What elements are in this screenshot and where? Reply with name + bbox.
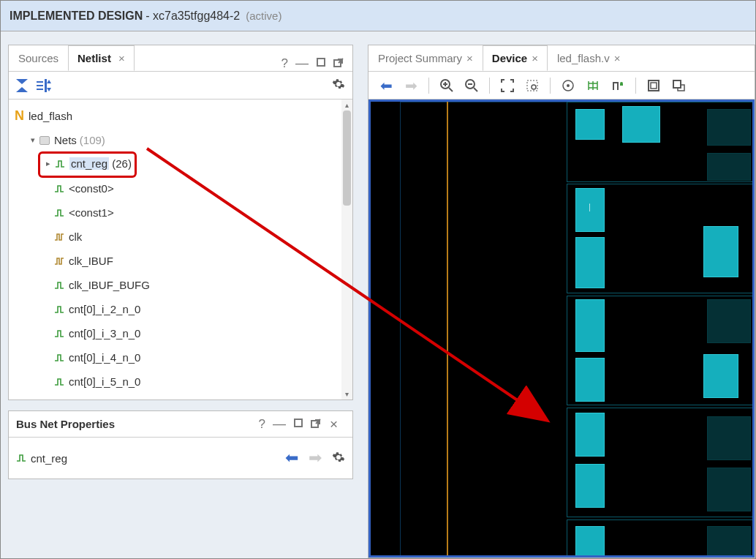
tree-root[interactable]: N led_flash <box>9 104 352 128</box>
tree-item-label: cnt[0]_i_2_n_0 <box>69 303 140 315</box>
tree-item-label: cnt[0]_i_5_n_0 <box>69 375 140 388</box>
tree-item[interactable]: clk_IBUF_BUFG <box>9 273 352 297</box>
close-icon[interactable]: × <box>118 52 125 64</box>
design-device: - xc7a35tfgg484-2 <box>145 10 240 23</box>
place-icon[interactable] <box>608 76 628 95</box>
nets-folder-count: (109) <box>80 134 105 146</box>
float-icon[interactable] <box>333 56 345 70</box>
design-title: IMPLEMENTED DESIGN <box>10 10 143 23</box>
expand-tool-icon[interactable] <box>37 79 51 92</box>
svg-point-10 <box>567 84 570 87</box>
scroll-thumb[interactable] <box>343 110 351 206</box>
properties-panel: Bus Net Properties ? — × cnt_reg <box>8 410 353 479</box>
tree-item[interactable]: cnt[0]_i_2_n_0 <box>9 297 352 321</box>
tree-item[interactable]: clk <box>9 225 352 249</box>
autofit-icon[interactable] <box>558 76 578 95</box>
tab-project-summary[interactable]: Project Summary× <box>368 45 483 71</box>
device-panel: Project Summary× Device× led_flash.v× ⬅ … <box>368 45 755 558</box>
svg-rect-2 <box>45 79 47 92</box>
device-toolbar: ⬅ ➡ <box>368 72 755 100</box>
tree-item-label: clk <box>69 230 82 243</box>
tab-summary-label: Project Summary <box>378 52 462 64</box>
net-icon <box>54 304 64 315</box>
chevron-right-icon[interactable]: ▸ <box>43 159 53 169</box>
nav-forward-icon: ➡ <box>401 76 421 95</box>
tree-item[interactable]: <const1> <box>9 200 352 225</box>
tree-nets-folder[interactable]: ▾ Nets (109) <box>9 128 352 152</box>
maximize-icon[interactable] <box>316 57 326 70</box>
tree-item[interactable]: cnt[0]_i_6_n_0 <box>9 394 352 399</box>
zoom-fit-icon[interactable] <box>497 76 518 95</box>
tree-item[interactable]: cnt[0]_i_4_n_0 <box>9 345 352 369</box>
net-icon <box>54 353 64 363</box>
close-icon[interactable]: × <box>466 52 473 64</box>
minimize-icon[interactable]: — <box>273 416 286 432</box>
chevron-down-icon[interactable]: ▾ <box>28 135 38 146</box>
maximize-icon[interactable] <box>293 418 303 430</box>
select-area-icon[interactable] <box>668 76 689 95</box>
tab-file-label: led_flash.v <box>557 52 610 64</box>
tree-item-label: clk_IBUF <box>69 255 113 267</box>
routing-icon[interactable] <box>583 76 603 95</box>
svg-rect-13 <box>651 83 657 89</box>
net-bus-icon <box>16 453 26 463</box>
properties-name: cnt_reg <box>31 452 67 465</box>
tree-item-label: cnt[0]_i_3_n_0 <box>69 327 140 339</box>
tab-sources[interactable]: Sources <box>9 45 68 71</box>
tree-root-label: led_flash <box>29 110 72 122</box>
scroll-down-icon[interactable]: ▾ <box>341 389 352 399</box>
nav-forward-icon: ➡ <box>309 449 322 468</box>
design-status: (active) <box>246 10 281 22</box>
settings-icon[interactable] <box>332 451 345 466</box>
tab-sources-label: Sources <box>18 52 58 64</box>
close-icon[interactable]: × <box>330 416 338 432</box>
close-icon[interactable]: × <box>532 52 538 64</box>
net-icon <box>54 377 64 387</box>
settings-icon[interactable] <box>332 78 345 93</box>
help-icon[interactable]: ? <box>281 56 288 71</box>
zoom-in-icon[interactable] <box>436 76 457 95</box>
device-view[interactable] <box>368 100 755 558</box>
collapse-all-icon[interactable] <box>16 79 28 92</box>
svg-rect-3 <box>295 419 302 427</box>
svg-rect-0 <box>317 59 325 66</box>
tree-item-label: cnt[0]_i_4_n_0 <box>69 351 140 364</box>
tab-netlist[interactable]: Netlist × <box>68 45 135 71</box>
tree-scrollbar[interactable]: ▴ ▾ <box>341 100 352 399</box>
nav-back-icon[interactable]: ⬅ <box>376 76 396 95</box>
net-clk-icon <box>54 232 64 242</box>
nets-folder-label: Nets <box>54 134 77 146</box>
folder-icon <box>39 136 50 145</box>
float-icon[interactable] <box>311 417 322 431</box>
netlist-tabs: Sources Netlist × ? — <box>9 45 352 72</box>
nav-back-icon[interactable]: ⬅ <box>285 449 298 468</box>
tree-item[interactable]: clk_IBUF <box>9 249 352 273</box>
tree-item-label: <const1> <box>69 206 114 219</box>
help-icon[interactable]: ? <box>258 417 265 432</box>
minimize-icon[interactable]: — <box>295 56 309 71</box>
net-icon <box>54 329 64 339</box>
netlist-tree: N led_flash ▾ Nets (109) ▸ <box>9 100 352 399</box>
design-header-bar: IMPLEMENTED DESIGN - xc7a35tfgg484-2 (ac… <box>1 1 755 31</box>
scroll-up-icon[interactable]: ▴ <box>341 100 352 110</box>
tab-device[interactable]: Device× <box>483 45 548 71</box>
net-bus-icon <box>55 159 65 169</box>
net-icon <box>54 280 64 290</box>
close-icon[interactable]: × <box>614 52 621 64</box>
tree-item[interactable]: cnt[0]_i_5_n_0 <box>9 369 352 394</box>
tab-source-file[interactable]: led_flash.v× <box>548 45 630 71</box>
tree-item-selected[interactable]: ▸ cnt_reg (26) <box>9 152 352 176</box>
tab-netlist-label: Netlist <box>78 52 111 64</box>
select-rect-icon[interactable] <box>643 76 664 95</box>
net-clk-icon <box>54 256 64 266</box>
device-tabs: Project Summary× Device× led_flash.v× <box>368 45 755 72</box>
zoom-out-icon[interactable] <box>461 76 482 95</box>
zoom-area-icon[interactable] <box>522 76 543 95</box>
selected-highlight: ▸ cnt_reg (26) <box>38 151 137 178</box>
tree-item-label: <const0> <box>69 182 114 195</box>
tree-item[interactable]: cnt[0]_i_3_n_0 <box>9 321 352 345</box>
selected-net-label: cnt_reg (26) <box>69 157 132 170</box>
tree-item-label: clk_IBUF_BUFG <box>69 279 150 291</box>
svg-rect-14 <box>673 80 681 88</box>
tree-item[interactable]: <const0> <box>9 176 352 200</box>
